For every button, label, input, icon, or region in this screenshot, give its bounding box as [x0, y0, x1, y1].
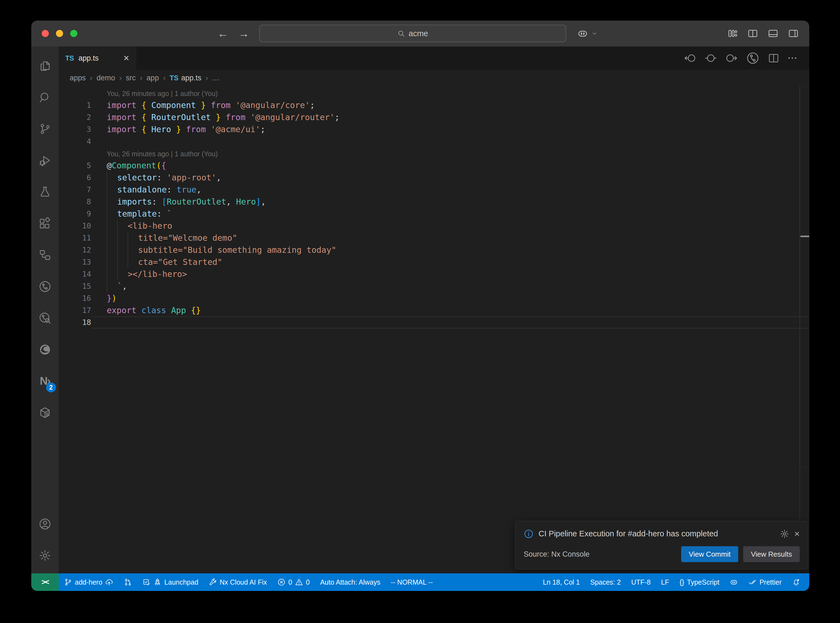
breadcrumb-file[interactable]: TS app.ts: [169, 74, 201, 82]
double-check-icon: [748, 578, 757, 586]
breadcrumb: apps › demo › src › app › TS app.ts › …: [59, 70, 809, 86]
chevron-down-icon[interactable]: [591, 30, 598, 37]
cube-icon: [39, 407, 51, 419]
activity-item-containers[interactable]: [31, 397, 59, 428]
commit-graph-icon[interactable]: [746, 52, 759, 65]
forward-arrow-icon[interactable]: →: [238, 28, 249, 40]
code-line: 10<lib-hero: [59, 220, 809, 232]
notification-settings-icon[interactable]: [780, 529, 789, 539]
activity-item-gitlens[interactable]: [31, 271, 59, 302]
status-item-copilot[interactable]: [725, 573, 743, 591]
files-icon: [39, 60, 51, 72]
activity-item-search[interactable]: [31, 81, 59, 113]
zoom-window-button[interactable]: [70, 30, 77, 37]
typescript-file-icon: TS: [65, 54, 74, 62]
code-line: 12subtitle="Build something amazing toda…: [59, 244, 809, 256]
code-line: 13cta="Get Started": [59, 256, 809, 268]
status-item-auto-attach[interactable]: Auto Attach: Always: [315, 573, 386, 591]
bell-dot-icon: [792, 578, 800, 586]
code-line: 7standalone: true,: [59, 184, 809, 196]
activity-item-project-details[interactable]: [31, 239, 59, 271]
activity-item-explorer[interactable]: [31, 50, 59, 81]
more-actions-icon[interactable]: ···: [788, 54, 798, 63]
blame-annotation: You, 26 minutes ago | 1 author (You): [59, 147, 809, 160]
search-value: acme: [409, 29, 428, 38]
tab-app-ts[interactable]: TS app.ts ×: [59, 47, 136, 70]
activity-item-settings[interactable]: [31, 540, 59, 571]
scrollbar-slider[interactable]: [800, 86, 809, 467]
customize-layout-icon[interactable]: [727, 28, 738, 39]
code-line: 1import { Component } from '@angular/cor…: [59, 99, 809, 111]
status-item-pull-request[interactable]: [118, 573, 137, 591]
previous-change-icon[interactable]: [683, 52, 696, 64]
breadcrumb-folder[interactable]: src: [126, 74, 136, 82]
status-item-launchpad[interactable]: Launchpad: [137, 573, 204, 591]
code-line: 18: [59, 316, 809, 328]
notification-toast: CI Pipeline Execution for #add-hero has …: [515, 521, 808, 569]
git-branch-icon: [64, 578, 72, 586]
activity-bar: N›2: [31, 47, 59, 573]
minimize-window-button[interactable]: [56, 30, 63, 37]
open-change-icon[interactable]: [705, 52, 717, 64]
toggle-panel-icon[interactable]: [768, 28, 779, 39]
activity-item-extensions[interactable]: [31, 207, 59, 239]
status-bar: ><add-heroLaunchpadNx Cloud AI Fix00Auto…: [31, 573, 809, 591]
search-icon: [39, 91, 51, 104]
activity-item-testing[interactable]: [31, 176, 59, 207]
wrench-icon: [209, 578, 217, 586]
back-arrow-icon[interactable]: ←: [218, 28, 229, 40]
breadcrumb-folder[interactable]: app: [146, 74, 159, 82]
account-icon: [39, 518, 51, 530]
activity-item-source-control[interactable]: [31, 113, 59, 144]
status-item-eol[interactable]: LF: [656, 573, 674, 591]
breadcrumb-folder[interactable]: apps: [70, 74, 86, 82]
code-line: 5@Component({: [59, 160, 809, 172]
error-circle-icon: [277, 578, 286, 586]
next-change-icon[interactable]: [725, 52, 738, 64]
close-tab-icon[interactable]: ×: [123, 53, 129, 63]
editor-actions: ···: [683, 52, 809, 65]
scrollbar[interactable]: [799, 86, 809, 573]
breadcrumb-symbol[interactable]: …: [212, 74, 220, 82]
search-icon: [397, 30, 405, 37]
code-line: 4: [59, 135, 809, 147]
activity-item-run-debug[interactable]: [31, 144, 59, 176]
code-editor[interactable]: You, 26 minutes ago | 1 author (You)1imp…: [59, 86, 809, 573]
status-item-cursor-position[interactable]: Ln 18, Col 1: [538, 573, 585, 591]
activity-item-gitlens-search[interactable]: [31, 302, 59, 334]
rocket-icon: [154, 578, 161, 586]
status-item-prettier[interactable]: Prettier: [743, 573, 787, 591]
code-line: 8imports: [RouterOutlet, Hero],: [59, 196, 809, 208]
copilot-icon[interactable]: [577, 28, 588, 39]
close-notification-icon[interactable]: ×: [794, 528, 800, 539]
status-item-remote[interactable]: ><: [31, 573, 59, 591]
code-line: 9template: `: [59, 208, 809, 220]
view-commit-button[interactable]: View Commit: [681, 546, 739, 562]
split-editor-layout-icon[interactable]: [747, 28, 758, 39]
activity-item-edge-tools[interactable]: [31, 334, 59, 365]
notification-source: Source: Nx Console: [524, 550, 590, 559]
breadcrumb-folder[interactable]: demo: [97, 74, 115, 82]
split-editor-icon[interactable]: [768, 52, 780, 64]
command-center-search[interactable]: acme: [259, 25, 566, 42]
git-pull-request-icon: [124, 578, 132, 586]
toggle-secondary-sidebar-icon[interactable]: [788, 28, 799, 39]
notification-title: CI Pipeline Execution for #add-hero has …: [539, 529, 775, 538]
status-item-notifications[interactable]: [787, 573, 805, 591]
status-item-indentation[interactable]: Spaces: 2: [585, 573, 626, 591]
view-results-button[interactable]: View Results: [743, 546, 800, 562]
blame-annotation: You, 26 minutes ago | 1 author (You): [59, 87, 809, 99]
close-window-button[interactable]: [42, 30, 49, 37]
status-item-vim-mode[interactable]: -- NORMAL --: [385, 573, 438, 591]
status-item-problems[interactable]: 00: [272, 573, 315, 591]
status-item-language[interactable]: {}TypeScript: [674, 573, 725, 591]
status-item-encoding[interactable]: UTF-8: [626, 573, 656, 591]
status-item-branch[interactable]: add-hero: [59, 573, 118, 591]
status-item-nx-cloud-ai-fix[interactable]: Nx Cloud AI Fix: [204, 573, 272, 591]
code-line: 14></lib-hero>: [59, 268, 809, 280]
cloud-upload-icon: [105, 578, 113, 586]
activity-item-accounts[interactable]: [31, 508, 59, 540]
copilot-icon: [730, 578, 738, 586]
window-controls: [42, 30, 77, 37]
activity-item-nx-console[interactable]: N›2: [31, 365, 59, 397]
